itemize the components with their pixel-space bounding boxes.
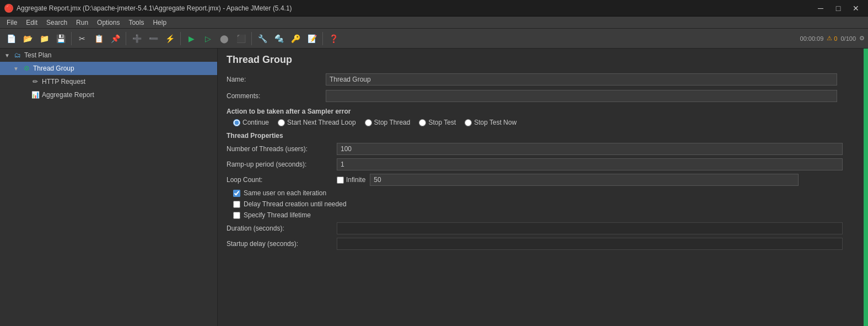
toolbar-cut[interactable]: ✂ xyxy=(74,31,90,46)
radio-stop-test-label: Stop Test xyxy=(428,119,456,126)
toolbar-remote-clear[interactable]: 🔑 xyxy=(288,31,303,46)
radio-stop-test[interactable]: Stop Test xyxy=(419,119,456,126)
right-panel: Thread Group Name: Comments: Action to b… xyxy=(218,49,868,326)
green-stripe xyxy=(864,49,868,326)
expand-icon-http xyxy=(22,79,29,85)
startup-delay-input[interactable] xyxy=(337,238,843,250)
toolbar-start-no-pause[interactable]: ▷ xyxy=(200,31,215,46)
toolbar-sep-3 xyxy=(180,32,181,45)
main-content: ▼ 🗂 Test Plan ▼ ⚙ Thread Group ✏ HTTP Re… xyxy=(0,49,868,326)
tree-item-threadgroup[interactable]: ▼ ⚙ Thread Group xyxy=(0,62,217,75)
settings-icon[interactable]: ⚙ xyxy=(859,35,865,42)
timer-display: 00:00:09 xyxy=(800,35,824,42)
comments-input[interactable] xyxy=(326,90,837,102)
infinite-check[interactable]: Infinite xyxy=(337,176,365,184)
toolbar-remove[interactable]: ➖ xyxy=(145,31,161,46)
tree-label-threadgroup: Thread Group xyxy=(33,65,74,72)
menu-help[interactable]: Help xyxy=(148,18,171,28)
tree-item-httprequest[interactable]: ✏ HTTP Request xyxy=(0,75,217,88)
toolbar-paste[interactable]: 📌 xyxy=(107,31,123,46)
radio-continue-label: Continue xyxy=(242,119,269,126)
num-threads-label: Number of Threads (users): xyxy=(227,145,337,153)
toolbar-shutdown[interactable]: ⬛ xyxy=(233,31,249,46)
tree-item-aggregatereport[interactable]: 📊 Aggregate Report xyxy=(0,88,217,101)
toolbar-sep-2 xyxy=(126,32,126,45)
radio-stop-test-now[interactable]: Stop Test Now xyxy=(465,119,516,126)
http-icon: ✏ xyxy=(31,77,40,86)
menu-run[interactable]: Run xyxy=(72,18,93,28)
loop-count-label: Loop Count: xyxy=(227,176,337,184)
toolbar-toggle[interactable]: ⚡ xyxy=(162,31,177,46)
toolbar-copy[interactable]: 📋 xyxy=(91,31,106,46)
radio-stop-thread-label: Stop Thread xyxy=(374,119,411,126)
tree-label-httprequest: HTTP Request xyxy=(42,78,85,85)
tree-label-testplan: Test Plan xyxy=(24,51,51,59)
window-title: Aggregate Report.jmx (D:\apache-jmeter-5… xyxy=(17,4,292,12)
thread-properties-section: Thread Properties Number of Threads (use… xyxy=(227,132,859,250)
radio-stop-test-now-input[interactable] xyxy=(465,119,472,126)
toolbar-template[interactable]: 📝 xyxy=(304,31,320,46)
toolbar-add[interactable]: ➕ xyxy=(129,31,144,46)
expand-icon-report xyxy=(22,92,29,98)
radio-stop-thread-input[interactable] xyxy=(365,119,372,126)
warning-count: 0 xyxy=(834,35,837,42)
name-input[interactable] xyxy=(326,73,837,85)
toolbar-sep-4 xyxy=(251,32,252,45)
loop-count-input[interactable] xyxy=(370,174,799,186)
radio-start-next-input[interactable] xyxy=(278,119,285,126)
menu-file[interactable]: File xyxy=(2,18,21,28)
radio-start-next-label: Start Next Thread Loop xyxy=(287,119,356,126)
duration-label: Duration (seconds): xyxy=(227,225,337,232)
menu-search[interactable]: Search xyxy=(42,18,72,28)
radio-start-next[interactable]: Start Next Thread Loop xyxy=(278,119,356,126)
radio-continue-input[interactable] xyxy=(233,119,240,126)
same-user-checkbox[interactable] xyxy=(233,190,240,197)
comments-row: Comments: xyxy=(227,90,859,102)
radio-continue[interactable]: Continue xyxy=(233,119,269,126)
radio-stop-test-input[interactable] xyxy=(419,119,426,126)
report-icon: 📊 xyxy=(31,90,40,99)
specify-lifetime-checkbox-row[interactable]: Specify Thread lifetime xyxy=(233,211,859,219)
title-bar-left: 🔴 Aggregate Report.jmx (D:\apache-jmeter… xyxy=(4,4,292,13)
duration-row: Duration (seconds): xyxy=(227,222,859,234)
num-threads-input[interactable] xyxy=(337,143,843,155)
close-button[interactable]: ✕ xyxy=(848,3,864,14)
startup-delay-row: Startup delay (seconds): xyxy=(227,238,859,250)
toolbar-stop[interactable]: ⬤ xyxy=(217,31,232,46)
thread-count: 0/100 xyxy=(840,35,856,42)
expand-icon-threadgroup: ▼ xyxy=(13,66,20,72)
radio-group: Continue Start Next Thread Loop Stop Thr… xyxy=(233,119,859,126)
delay-thread-checkbox-row[interactable]: Delay Thread creation until needed xyxy=(233,200,859,208)
toolbar-remote-stop[interactable]: 🔩 xyxy=(271,31,287,46)
rampup-row: Ramp-up period (seconds): xyxy=(227,158,859,170)
specify-lifetime-checkbox[interactable] xyxy=(233,212,240,219)
rampup-input[interactable] xyxy=(337,158,843,170)
warning-icon: ⚠ xyxy=(827,35,832,42)
num-threads-row: Number of Threads (users): xyxy=(227,143,859,155)
toolbar-sep-5 xyxy=(322,32,323,45)
app-icon: 🔴 xyxy=(4,4,13,13)
toolbar-open[interactable]: 📂 xyxy=(20,31,35,46)
panel-title: Thread Group xyxy=(227,54,859,66)
toolbar-start[interactable]: ▶ xyxy=(184,31,199,46)
toolbar-new[interactable]: 📄 xyxy=(3,31,19,46)
thread-props-title: Thread Properties xyxy=(227,132,859,140)
duration-input[interactable] xyxy=(337,222,843,234)
infinite-checkbox[interactable] xyxy=(337,177,344,184)
same-user-checkbox-row[interactable]: Same user on each iteration xyxy=(233,189,859,197)
delay-thread-checkbox[interactable] xyxy=(233,201,240,208)
menu-tools[interactable]: Tools xyxy=(124,18,148,28)
toolbar-save[interactable]: 💾 xyxy=(53,31,68,46)
toolbar-remote-start[interactable]: 🔧 xyxy=(255,31,270,46)
toolbar-help[interactable]: ❓ xyxy=(326,31,341,46)
tree-sidebar: ▼ 🗂 Test Plan ▼ ⚙ Thread Group ✏ HTTP Re… xyxy=(0,49,218,326)
menu-options[interactable]: Options xyxy=(93,18,124,28)
radio-stop-thread[interactable]: Stop Thread xyxy=(365,119,411,126)
menu-edit[interactable]: Edit xyxy=(21,18,42,28)
threadgroup-icon: ⚙ xyxy=(22,64,31,73)
menu-bar: File Edit Search Run Options Tools Help xyxy=(0,17,868,29)
maximize-button[interactable]: □ xyxy=(831,3,846,14)
toolbar-open2[interactable]: 📁 xyxy=(36,31,52,46)
tree-item-testplan[interactable]: ▼ 🗂 Test Plan xyxy=(0,49,217,62)
minimize-button[interactable]: ─ xyxy=(813,3,828,14)
